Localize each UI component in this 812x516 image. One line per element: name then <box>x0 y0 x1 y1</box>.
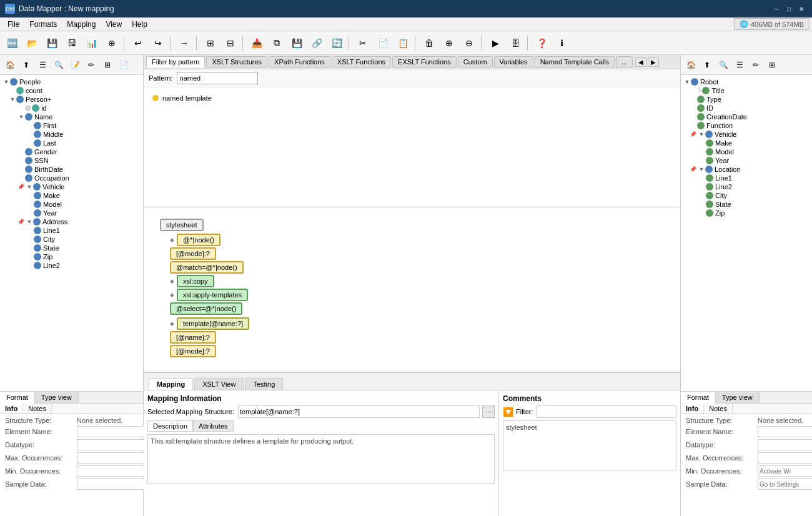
menu-help[interactable]: Help <box>127 19 152 30</box>
lt-pen[interactable]: ✏ <box>84 57 99 72</box>
right-info-input-5[interactable] <box>758 479 812 490</box>
right-subtab-info[interactable]: Info <box>681 404 704 414</box>
tree-node-zip[interactable]: Zip <box>0 252 143 261</box>
tb-copy3[interactable]: 📄 <box>374 34 392 52</box>
right-subtab-notes[interactable]: Notes <box>704 404 733 414</box>
tree-node-id[interactable]: @ id <box>0 104 143 112</box>
func-tab-named[interactable]: Named Template Calls <box>535 56 615 67</box>
node-select[interactable]: @select=@*|node() <box>170 302 242 315</box>
close-button[interactable]: ✕ <box>796 4 807 14</box>
tb-undo[interactable]: ↩ <box>129 34 147 52</box>
func-tab-xpath[interactable]: XPath Functions <box>269 56 330 67</box>
tb-new[interactable]: 🆕 <box>2 34 21 52</box>
tree-node-name[interactable]: ▼ Name <box>0 112 143 121</box>
tb-save-as[interactable]: 🖫 <box>62 34 81 52</box>
btab-xslt[interactable]: XSLT View <box>194 378 244 390</box>
node-at-node[interactable]: @*|node() <box>177 234 220 246</box>
func-tab-custom[interactable]: Custom <box>458 56 493 67</box>
minimize-button[interactable]: ─ <box>771 4 782 14</box>
tb-open[interactable]: 📂 <box>22 34 41 52</box>
tb-input[interactable]: 📥 <box>247 34 266 52</box>
func-tab-exslt[interactable]: EXSLT Functions <box>392 56 457 67</box>
tb-help[interactable]: ❓ <box>532 34 551 52</box>
menu-file[interactable]: File <box>2 19 24 30</box>
rt-edit[interactable]: ✏ <box>748 57 763 72</box>
tree-node-robot[interactable]: ▼ Robot <box>681 77 812 86</box>
tb-table2[interactable]: ⊟ <box>221 34 240 52</box>
tree-node-occupation[interactable]: Occupation <box>0 174 143 182</box>
tb-save[interactable]: 💾 <box>42 34 61 52</box>
dtab-attributes[interactable]: Attributes <box>193 420 233 432</box>
tree-node-last[interactable]: Last <box>0 139 143 147</box>
toggle-rt-vehicle[interactable]: ▼ <box>698 131 705 138</box>
tree-node-rt-model[interactable]: Model <box>681 147 812 156</box>
func-nav-prev[interactable]: ◀ <box>635 57 646 67</box>
rt-grid[interactable]: ⊞ <box>765 57 780 72</box>
tb-info[interactable]: ℹ <box>552 34 571 52</box>
maximize-button[interactable]: □ <box>783 4 795 14</box>
node-copy[interactable]: xsl:copy <box>177 275 214 287</box>
node-stylesheet[interactable]: stylesheet <box>160 219 204 231</box>
tree-node-state[interactable]: State <box>0 244 143 252</box>
toggle-address[interactable]: ▼ <box>26 218 33 226</box>
tree-node-line2[interactable]: Line2 <box>0 261 143 270</box>
lt-home[interactable]: 🏠 <box>2 57 17 72</box>
tree-node-rt-creationdate[interactable]: CreationDate <box>681 112 812 121</box>
btab-mapping[interactable]: Mapping <box>149 378 193 390</box>
menu-view[interactable]: View <box>101 19 127 30</box>
tree-node-rt-type[interactable]: Type <box>681 95 812 104</box>
tree-node-rt-state[interactable]: State <box>681 200 812 209</box>
right-info-input-4[interactable] <box>758 465 812 477</box>
rt-search[interactable]: 🔍 <box>716 57 731 72</box>
tb-delete[interactable]: 🗑 <box>420 34 438 52</box>
named-template-item[interactable]: named template <box>149 92 675 104</box>
tree-node-first[interactable]: First <box>0 121 143 130</box>
tree-node-address[interactable]: 📌 ▼ Address <box>0 217 143 226</box>
tb-add2[interactable]: ⊕ <box>440 34 458 52</box>
func-tab-more[interactable]: ... <box>616 56 633 67</box>
rt-up[interactable]: ⬆ <box>700 57 715 72</box>
tb-run[interactable]: ▶ <box>486 34 505 52</box>
left-tab-typeview[interactable]: Type view <box>35 392 79 403</box>
tree-node-make[interactable]: Make <box>0 191 143 200</box>
lt-up[interactable]: ⬆ <box>19 57 34 72</box>
node-apply[interactable]: xsl:apply-templates <box>177 289 248 301</box>
right-tab-typeview[interactable]: Type view <box>716 392 760 403</box>
toggle-vehicle[interactable]: ▼ <box>26 183 33 191</box>
tree-node-rt-id[interactable]: ID <box>681 104 812 112</box>
func-nav-next[interactable]: ▶ <box>648 57 659 67</box>
func-tab-xslt-functions[interactable]: XSLT Functions <box>332 56 391 67</box>
tree-node-count[interactable]: count <box>0 86 143 95</box>
func-tab-xslt-structures[interactable]: XSLT Structures <box>206 56 267 67</box>
tree-node-people[interactable]: ▼ People <box>0 77 143 86</box>
func-tab-variables[interactable]: Variables <box>494 56 533 67</box>
tree-node-rt-make[interactable]: Make <box>681 139 812 147</box>
toggle-person[interactable]: ▼ <box>9 96 16 103</box>
pattern-input[interactable] <box>177 72 258 84</box>
tree-node-city[interactable]: City <box>0 235 143 244</box>
node-name1[interactable]: [@name]:? <box>170 331 216 344</box>
lt-list[interactable]: ☰ <box>35 57 50 72</box>
tree-node-vehicle[interactable]: 📌 ▼ Vehicle <box>0 182 143 191</box>
tree-node-line1[interactable]: Line1 <box>0 226 143 235</box>
tb-link[interactable]: 🔗 <box>307 34 326 52</box>
tb-xls[interactable]: 📊 <box>82 34 101 52</box>
tb-cut[interactable]: ✂ <box>354 34 372 52</box>
tb-copy2[interactable]: ⧉ <box>267 34 286 52</box>
tree-node-middle[interactable]: Middle <box>0 130 143 139</box>
right-info-input-3[interactable] <box>758 452 812 464</box>
selected-mapping-input[interactable] <box>238 405 480 418</box>
node-mode2[interactable]: [@mode]:? <box>170 345 216 357</box>
tb-table1[interactable]: ⊞ <box>201 34 220 52</box>
tree-node-gender[interactable]: Gender <box>0 147 143 156</box>
lt-search[interactable]: 🔍 <box>51 57 66 72</box>
tree-node-model[interactable]: Model <box>0 200 143 209</box>
desc-text-area[interactable]: This xsl:template structure defines a te… <box>147 434 495 484</box>
menu-mapping[interactable]: Mapping <box>62 19 101 30</box>
tree-node-rt-zip[interactable]: Zip <box>681 209 812 217</box>
toggle-name[interactable]: ▼ <box>17 113 25 121</box>
tree-node-rt-title[interactable]: └ Title <box>681 86 812 95</box>
left-tab-format[interactable]: Format <box>0 392 35 404</box>
right-info-input-2[interactable] <box>758 439 812 450</box>
tree-node-rt-location[interactable]: 📌 ▼ Location <box>681 165 812 174</box>
